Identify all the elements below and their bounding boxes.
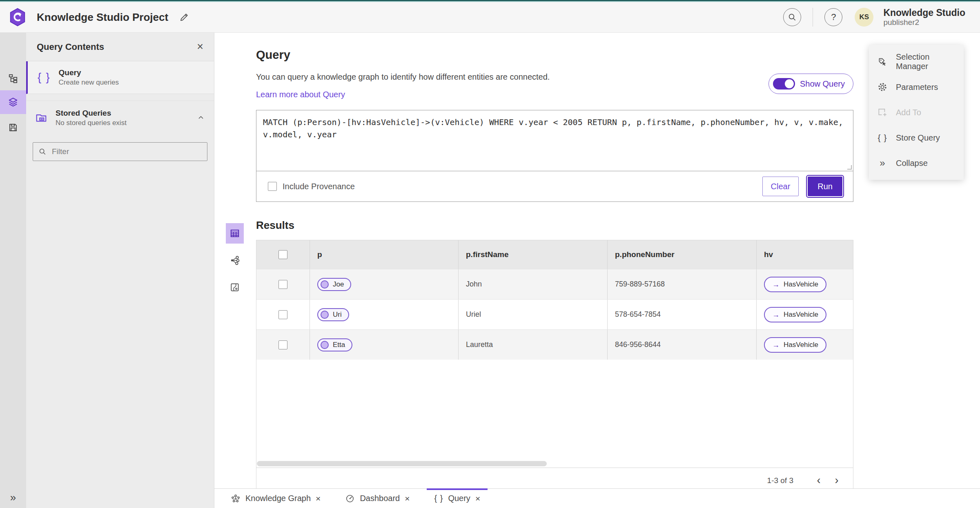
results-view-toolbar (226, 223, 244, 304)
entity-label: Etta (333, 341, 345, 349)
select-all-checkbox[interactable] (278, 250, 287, 259)
tab-knowledge-graph[interactable]: Knowledge Graph × (223, 489, 328, 508)
entity-pill[interactable]: Etta (317, 338, 352, 351)
run-button[interactable]: Run (808, 177, 842, 196)
horizontal-scrollbar[interactable] (257, 461, 547, 466)
app-logo-icon (9, 8, 26, 27)
page-title: Query (256, 48, 853, 62)
expand-rail-button[interactable]: » (0, 491, 26, 504)
search-icon (787, 12, 797, 22)
column-header-hv[interactable]: hv (757, 240, 853, 269)
table-row[interactable]: Uri Uriel 578-654-7854 → HasVehicle (256, 299, 853, 329)
column-header-firstname[interactable]: p.firstName (459, 240, 608, 269)
search-button[interactable] (783, 8, 801, 26)
cell-phone: 759-889-57168 (608, 269, 757, 299)
sidebar-item-stored-queries[interactable]: Stored Queries No stored queries exist (26, 101, 214, 135)
collapse-panel-button[interactable]: » Collapse (869, 150, 964, 176)
edit-title-button[interactable] (177, 10, 191, 24)
bottom-tab-bar: Knowledge Graph × Dashboard × { } Query … (214, 488, 980, 508)
tab-query-active[interactable]: { } Query × (427, 489, 488, 508)
edge-pill[interactable]: → HasVehicle (764, 337, 826, 353)
tab-dashboard[interactable]: Dashboard × (338, 489, 417, 508)
tool-label: Parameters (896, 83, 938, 92)
table-row[interactable]: Joe John 759-889-57168 → HasVehicle (256, 269, 853, 299)
cell-firstname: John (459, 269, 608, 299)
tool-label: Store Query (896, 133, 940, 143)
cell-phone: 846-956-8644 (608, 330, 757, 360)
table-view-button[interactable] (226, 223, 244, 244)
username: publisher2 (883, 18, 965, 27)
close-tab-icon[interactable]: × (405, 494, 410, 503)
tool-label: Add To (896, 108, 921, 117)
edge-arrow-icon: → (772, 311, 780, 318)
query-item-subtitle: Create new queries (59, 78, 119, 87)
graph-view-button[interactable] (226, 250, 244, 271)
stored-queries-filter (33, 142, 207, 161)
save-button[interactable] (0, 116, 26, 139)
selection-manager-icon (877, 56, 888, 67)
query-textarea[interactable]: MATCH (p:Person)-[hv:HasVehicle]->(v:Veh… (256, 110, 853, 171)
stored-queries-folder-icon (35, 112, 47, 124)
close-panel-icon[interactable]: × (197, 41, 203, 52)
row-checkbox[interactable] (278, 340, 287, 349)
cell-firstname: Lauretta (459, 330, 608, 360)
selection-manager-button[interactable]: Selection Manager (869, 49, 964, 74)
braces-icon: { } (434, 494, 443, 503)
gear-icon (877, 82, 888, 92)
row-checkbox[interactable] (278, 310, 287, 319)
entity-node-icon (321, 280, 329, 289)
avatar-initials: KS (860, 13, 869, 21)
close-tab-icon[interactable]: × (475, 494, 480, 503)
query-item-text: Query Create new queries (59, 68, 119, 87)
layers-button-active[interactable] (0, 90, 26, 114)
collapse-icon: » (877, 158, 888, 168)
filter-input[interactable] (52, 147, 202, 156)
layers-icon (7, 96, 19, 108)
prev-page-button[interactable]: ‹ (810, 475, 828, 486)
results-title: Results (256, 219, 853, 232)
include-provenance-checkbox[interactable] (268, 182, 277, 191)
stored-item-subtitle: No stored queries exist (56, 119, 127, 128)
table-header-row: p p.firstName p.phoneNumber hv (256, 240, 853, 269)
resize-handle[interactable] (847, 165, 852, 170)
column-header-phonenumber[interactable]: p.phoneNumber (608, 240, 757, 269)
tool-label: Collapse (896, 159, 928, 168)
table-icon (229, 228, 240, 239)
entity-pill[interactable]: Joe (317, 278, 351, 291)
stored-item-title: Stored Queries (56, 108, 127, 119)
edge-pill[interactable]: → HasVehicle (764, 277, 826, 292)
learn-more-link[interactable]: Learn more about Query (256, 90, 345, 99)
tab-label: Dashboard (360, 494, 400, 503)
avatar[interactable]: KS (855, 8, 873, 27)
edge-pill[interactable]: → HasVehicle (764, 307, 826, 322)
store-query-button[interactable]: { } Store Query (869, 125, 964, 150)
map-view-button[interactable] (226, 277, 244, 298)
column-header-p[interactable]: p (310, 240, 459, 269)
row-checkbox[interactable] (278, 280, 287, 289)
edge-arrow-icon: → (772, 281, 780, 288)
close-tab-icon[interactable]: × (316, 494, 321, 503)
edge-label: HasVehicle (784, 311, 818, 319)
entity-label: Joe (333, 280, 344, 289)
knowledge-graph-icon (231, 494, 241, 504)
model-tree-button[interactable] (0, 67, 26, 90)
sidebar-item-query[interactable]: { } Query Create new queries (26, 61, 214, 94)
editor-footer: Include Provenance Clear Run (256, 171, 853, 201)
show-query-toggle[interactable] (773, 78, 795, 90)
cell-firstname: Uriel (459, 300, 608, 329)
entity-pill[interactable]: Uri (317, 308, 349, 321)
results-table: p p.firstName p.phoneNumber hv Joe John … (256, 240, 853, 493)
product-name: Knowledge Studio (883, 7, 965, 18)
query-tools-panel: Selection Manager Parameters (869, 45, 964, 180)
help-button[interactable]: ? (824, 8, 842, 26)
chevron-up-icon[interactable] (197, 114, 205, 122)
table-row[interactable]: Etta Lauretta 846-956-8644 → HasVehicle (256, 329, 853, 360)
show-query-toggle-group[interactable]: Show Query (768, 74, 853, 94)
user-block: Knowledge Studio publisher2 (883, 7, 965, 27)
parameters-button[interactable]: Parameters (869, 74, 964, 100)
page-description: You can query a knowledge graph to ident… (256, 72, 853, 82)
clear-button[interactable]: Clear (762, 177, 799, 196)
help-icon: ? (831, 12, 836, 22)
next-page-button[interactable]: › (828, 475, 846, 486)
pencil-icon (179, 12, 189, 22)
